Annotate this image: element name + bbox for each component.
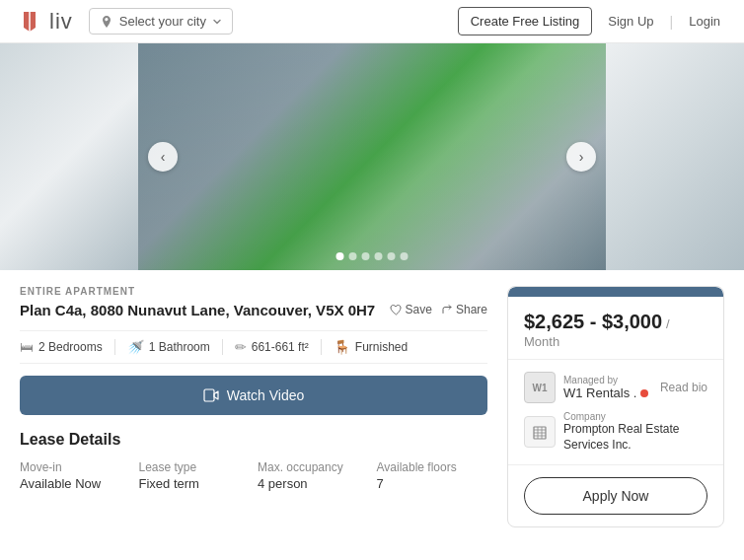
lease-floors-value: 7 bbox=[377, 476, 488, 491]
feature-area: ✏ 661-661 ft² bbox=[235, 339, 322, 355]
login-button[interactable]: Login bbox=[681, 8, 728, 35]
manager-name: W1 Rentals . bbox=[563, 385, 652, 400]
save-button[interactable]: Save bbox=[390, 303, 432, 316]
gallery-dot-3[interactable] bbox=[362, 252, 370, 260]
lease-occupancy-label: Max. occupancy bbox=[258, 460, 369, 474]
gallery: ‹ › bbox=[0, 43, 744, 270]
furnished-icon: 🪑 bbox=[334, 339, 350, 355]
heart-icon bbox=[390, 304, 403, 316]
lease-title: Lease Details bbox=[20, 431, 487, 449]
lease-movein-value: Available Now bbox=[20, 476, 131, 491]
company-label: Company bbox=[563, 411, 707, 422]
watch-video-button[interactable]: Watch Video bbox=[20, 376, 487, 415]
gallery-dot-6[interactable] bbox=[401, 252, 409, 260]
feature-bedrooms: 🛏 2 Bedrooms bbox=[20, 339, 115, 355]
svg-rect-0 bbox=[204, 389, 214, 401]
video-icon bbox=[203, 387, 219, 403]
bed-icon: 🛏 bbox=[20, 339, 34, 355]
managed-row: W1 Managed by W1 Rentals . Read bio bbox=[524, 372, 707, 403]
header: liv Select your city Create Free Listing… bbox=[0, 0, 744, 43]
price-section: $2,625 - $3,000 / Month bbox=[508, 297, 723, 360]
gallery-main: ‹ › bbox=[138, 43, 606, 270]
property-features: 🛏 2 Bedrooms 🚿 1 Bathroom ✏ 661-661 ft² … bbox=[20, 330, 487, 364]
share-icon bbox=[440, 304, 453, 316]
company-name: Prompton Real Estate Services Inc. bbox=[563, 422, 707, 453]
listing-details: ENTIRE APARTMENT Plan C4a, 8080 Nunavut … bbox=[20, 286, 487, 527]
city-placeholder-text: Select your city bbox=[119, 14, 206, 29]
managed-info: Managed by W1 Rentals . bbox=[563, 375, 652, 400]
lease-type-value: Fixed term bbox=[139, 476, 251, 491]
building-icon bbox=[531, 423, 549, 441]
gallery-side-right bbox=[606, 43, 744, 270]
chevron-left-icon: ‹ bbox=[161, 149, 166, 165]
gallery-dot-2[interactable] bbox=[349, 252, 357, 260]
lease-item-occupancy: Max. occupancy 4 person bbox=[258, 460, 369, 491]
share-label: Share bbox=[456, 303, 487, 316]
bathrooms-text: 1 Bathroom bbox=[149, 340, 210, 354]
gallery-dots bbox=[336, 252, 409, 260]
lease-item-floors: Available floors 7 bbox=[377, 460, 488, 491]
apply-button[interactable]: Apply Now bbox=[524, 477, 707, 515]
signup-button[interactable]: Sign Up bbox=[600, 8, 661, 35]
chevron-right-icon: › bbox=[579, 149, 584, 165]
gallery-prev-button[interactable]: ‹ bbox=[148, 142, 178, 172]
listing-title: Plan C4a, 8080 Nunavut Lane, Vancouver, … bbox=[20, 301, 382, 320]
price-bar bbox=[508, 287, 723, 297]
gallery-side-left bbox=[0, 43, 138, 270]
listing-actions: Save Share bbox=[390, 303, 487, 316]
chevron-down-icon bbox=[212, 17, 222, 27]
managed-section: W1 Managed by W1 Rentals . Read bio bbox=[508, 360, 723, 465]
apply-section: Apply Now bbox=[508, 465, 723, 526]
logo-icon bbox=[16, 8, 43, 35]
price-range: $2,625 - $3,000 bbox=[524, 311, 662, 332]
lease-occupancy-value: 4 person bbox=[258, 476, 369, 491]
manager-avatar: W1 bbox=[524, 372, 556, 403]
main-content: ENTIRE APARTMENT Plan C4a, 8080 Nunavut … bbox=[0, 270, 744, 527]
city-selector[interactable]: Select your city bbox=[89, 8, 233, 35]
sidebar-card: $2,625 - $3,000 / Month W1 Managed by W1… bbox=[507, 286, 724, 527]
area-icon: ✏ bbox=[235, 339, 247, 355]
listing-type: ENTIRE APARTMENT bbox=[20, 286, 487, 297]
furnished-text: Furnished bbox=[355, 340, 408, 354]
logo: liv bbox=[16, 8, 73, 35]
listing-title-row: Plan C4a, 8080 Nunavut Lane, Vancouver, … bbox=[20, 301, 487, 320]
company-row: Company Prompton Real Estate Services In… bbox=[524, 411, 707, 453]
online-status-dot bbox=[640, 389, 648, 397]
divider: | bbox=[670, 14, 674, 30]
sidebar: $2,625 - $3,000 / Month W1 Managed by W1… bbox=[507, 286, 724, 527]
lease-grid: Move-in Available Now Lease type Fixed t… bbox=[20, 460, 487, 491]
feature-bathrooms: 🚿 1 Bathroom bbox=[127, 339, 223, 355]
watch-video-label: Watch Video bbox=[227, 387, 305, 403]
gallery-dot-1[interactable] bbox=[336, 252, 344, 260]
lease-type-label: Lease type bbox=[139, 460, 251, 474]
bedrooms-text: 2 Bedrooms bbox=[38, 340, 103, 354]
bath-icon: 🚿 bbox=[127, 339, 144, 355]
gallery-next-button[interactable]: › bbox=[566, 142, 596, 172]
lease-item-type: Lease type Fixed term bbox=[139, 460, 251, 491]
company-icon bbox=[524, 416, 556, 448]
location-icon bbox=[100, 15, 113, 29]
feature-furnished: 🪑 Furnished bbox=[334, 339, 419, 355]
lease-details-section: Lease Details Move-in Available Now Leas… bbox=[20, 431, 487, 491]
gallery-dot-5[interactable] bbox=[388, 252, 396, 260]
logo-text: liv bbox=[49, 9, 73, 35]
managed-by-label: Managed by bbox=[563, 375, 652, 385]
read-bio-button[interactable]: Read bio bbox=[660, 381, 707, 394]
save-label: Save bbox=[406, 303, 432, 316]
area-text: 661-661 ft² bbox=[252, 340, 309, 354]
company-info: Company Prompton Real Estate Services In… bbox=[563, 411, 707, 453]
lease-item-movein: Move-in Available Now bbox=[20, 460, 131, 491]
lease-floors-label: Available floors bbox=[377, 460, 488, 474]
gallery-dot-4[interactable] bbox=[375, 252, 383, 260]
share-button[interactable]: Share bbox=[440, 303, 487, 316]
create-listing-button[interactable]: Create Free Listing bbox=[458, 7, 593, 35]
lease-movein-label: Move-in bbox=[20, 460, 131, 474]
